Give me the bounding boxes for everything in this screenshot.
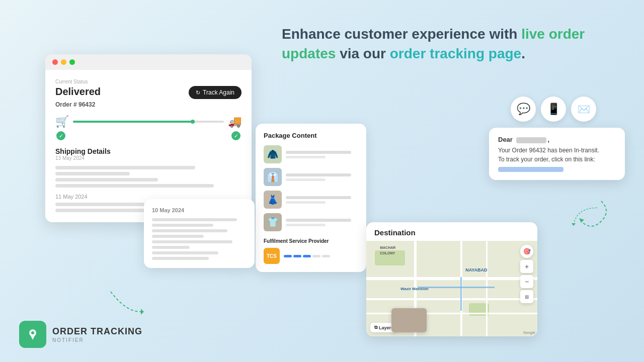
dc-sk4	[152, 235, 204, 238]
dot-yellow	[61, 59, 66, 65]
map-card: Destination NAYABAD Wazir Mansion MACHAR…	[366, 222, 537, 336]
pkg-sk-short-1	[286, 156, 326, 158]
badge-sub-label: NOTIFIER	[52, 337, 142, 343]
checkmarks-row: ✓ ✓	[55, 131, 242, 140]
svg-marker-1	[30, 334, 36, 340]
pkg-info-4	[286, 219, 358, 226]
location-icon	[25, 327, 40, 342]
badge-main-label: ORDER TRACKING	[52, 326, 142, 337]
pill-2	[293, 255, 301, 257]
map-zoom-out[interactable]: −	[520, 275, 533, 288]
dc-sk3	[152, 229, 227, 232]
road-h1	[366, 277, 537, 280]
track-again-button[interactable]: ↻ Track Again	[189, 86, 242, 99]
dc-sk7	[152, 251, 218, 254]
sk3	[55, 178, 158, 182]
truck-icon: 🚚	[228, 115, 242, 128]
headline-text1: Enhance customer experience with	[282, 26, 521, 42]
road-h2	[366, 298, 537, 300]
headline-text2: via our	[336, 46, 389, 61]
mail-icon-circle[interactable]: ✉️	[571, 97, 596, 122]
layers-icon: ⧉	[374, 325, 377, 330]
colony-label: COLONY	[380, 251, 395, 255]
pill-5	[322, 255, 330, 257]
svg-marker-3	[141, 309, 144, 315]
package-items: 🧥 👔 👗 👕	[264, 145, 358, 231]
dot-red	[52, 59, 58, 65]
circular-arrow	[571, 191, 611, 231]
notification-icons: 💬 📱 ✉️	[511, 97, 596, 122]
dc-sk6	[152, 246, 190, 249]
headline-dot: .	[521, 46, 525, 61]
package-card: Package Content 🧥 👔 👗	[256, 124, 366, 272]
fulfilment-pills	[284, 255, 330, 257]
map-thumbnail	[391, 308, 427, 332]
shipping-date: 13 May 2024	[55, 155, 242, 161]
dc-sk5	[152, 240, 232, 243]
pkg-img-3: 👗	[264, 191, 282, 209]
notif-link[interactable]	[498, 167, 564, 172]
date-card-skeleton	[152, 218, 247, 260]
check-start: ✓	[56, 131, 65, 140]
cart-icon: 🛒	[55, 115, 69, 128]
messages-icon: 💬	[517, 103, 530, 116]
svg-marker-5	[579, 218, 584, 223]
shipping-title: Shipping Details	[55, 147, 242, 155]
map-expand[interactable]: ⊞	[520, 290, 533, 303]
dot-green	[69, 59, 75, 65]
track-btn-label: Track Again	[203, 89, 234, 96]
pill-3	[303, 255, 311, 257]
pill-4	[312, 255, 320, 257]
map-visual: NAYABAD Wazir Mansion MACHAR COLONY 🎯 + …	[366, 241, 537, 336]
headline-highlight3: order tracking page	[390, 46, 521, 61]
pkg-sk-long-3	[286, 196, 351, 199]
sk1	[55, 166, 195, 169]
progress-dot	[191, 120, 195, 124]
dc-sk1	[152, 218, 237, 221]
notif-dear-text: Dear ,	[498, 136, 616, 143]
pkg-info-1	[286, 151, 358, 158]
dc-sk2	[152, 224, 213, 227]
headline: Enhance customer experience with live or…	[282, 24, 624, 63]
svg-point-2	[31, 331, 34, 334]
notif-name-blur	[516, 137, 546, 143]
package-item-3: 👗	[264, 191, 358, 209]
sk2	[55, 172, 130, 175]
messages-icon-circle[interactable]: 💬	[511, 97, 536, 122]
pkg-sk-short-2	[286, 178, 326, 181]
delivery-status: Delivered	[55, 86, 101, 98]
check-end: ✓	[231, 131, 240, 140]
pkg-img-2: 👔	[264, 168, 282, 186]
map-location-button[interactable]: 🎯	[520, 245, 533, 258]
badge-icon	[19, 321, 46, 348]
map-controls: 🎯 + − ⊞	[520, 245, 533, 303]
app-badge: ORDER TRACKING NOTIFIER	[19, 321, 142, 348]
refresh-icon: ↻	[196, 89, 200, 96]
provider-logo: TCS	[264, 248, 280, 264]
fulfilment-section: Fulfilment Service Provider TCS	[264, 238, 358, 264]
pkg-img-1: 🧥	[264, 145, 282, 163]
map-title: Destination	[366, 222, 537, 241]
status-row: Delivered ↻ Track Again	[55, 86, 242, 99]
whatsapp-icon-circle[interactable]: 📱	[541, 97, 566, 122]
blue-road-h	[418, 287, 495, 288]
arrow-bottom-left	[106, 287, 146, 317]
pkg-sk-short-3	[286, 201, 326, 204]
map-zoom-in[interactable]: +	[520, 260, 533, 273]
current-status-label: Current Status	[55, 79, 242, 84]
pkg-img-4: 👕	[264, 213, 282, 231]
package-item: 🧥	[264, 145, 358, 163]
nayabad-label: NAYABAD	[465, 267, 487, 273]
dc-sk8	[152, 257, 209, 260]
road-v3	[486, 241, 488, 336]
headline-highlight1: live order	[521, 26, 585, 42]
pkg-info-3	[286, 196, 358, 204]
pkg-info-2	[286, 173, 358, 181]
pkg-sk-long-1	[286, 151, 351, 154]
sk4	[55, 184, 214, 188]
blue-road-v	[460, 277, 462, 311]
machar-label: MACHAR	[380, 246, 395, 249]
order-number: Order # 96432	[55, 101, 242, 108]
pill-1	[284, 255, 292, 257]
badge-text: ORDER TRACKING NOTIFIER	[52, 326, 142, 343]
